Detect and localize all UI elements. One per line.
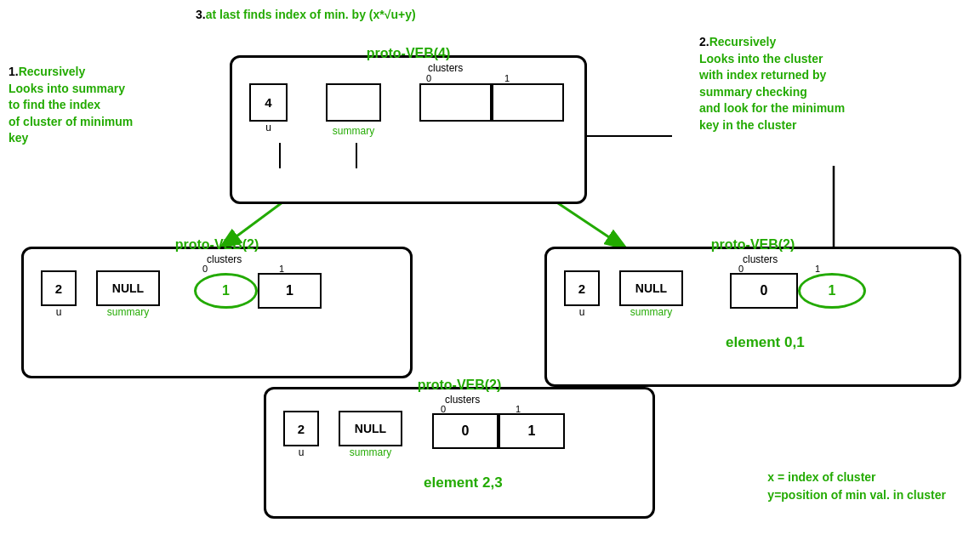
left-u-label: u xyxy=(41,306,77,318)
left-clusters-label: clusters xyxy=(207,253,242,265)
bottom-u-label: u xyxy=(283,446,319,458)
right-clusters-label: clusters xyxy=(743,253,778,265)
left-veb-box: proto-VEB(2) 2 u NULL summary clusters 0… xyxy=(21,247,413,378)
bottom-summary-box: NULL xyxy=(339,411,402,446)
top-veb-title: proto-VEB(4) xyxy=(367,46,451,61)
y-eq-text: y=position of min val. in cluster xyxy=(767,488,946,502)
left-cluster1-box: 1 xyxy=(258,273,322,309)
top-cluster0-idx: 0 xyxy=(426,73,431,83)
right-cluster0-box: 0 xyxy=(730,273,798,309)
bottom-cluster1-box: 1 xyxy=(499,413,565,449)
bottom-element-label: element 2,3 xyxy=(424,474,503,491)
right-summary-label: summary xyxy=(619,306,683,318)
step2-annotation: 2.RecursivelyLooks into the clusterwith … xyxy=(699,34,963,134)
right-u-box: 2 xyxy=(564,270,600,306)
right-veb-box: proto-VEB(2) 2 u NULL summary clusters 0… xyxy=(544,247,961,387)
top-summary-label: summary xyxy=(326,125,381,137)
step1-text: RecursivelyLooks into summaryto find the… xyxy=(9,65,133,145)
left-clusters-container: 1 1 xyxy=(194,273,322,309)
top-clusters-container xyxy=(419,83,564,122)
left-cluster0-box: 1 xyxy=(194,273,258,309)
right-summary-box: NULL xyxy=(619,270,683,306)
x-eq-text: x = index of cluster xyxy=(767,470,875,484)
step1-annotation: 1.RecursivelyLooks into summaryto find t… xyxy=(9,64,204,147)
left-veb-title: proto-VEB(2) xyxy=(175,237,259,253)
right-element-label: element 0,1 xyxy=(726,334,805,351)
top-u-label: u xyxy=(249,122,288,133)
step3-label: 3.at last finds index of min. by (x*√u+y… xyxy=(196,7,416,22)
right-veb-title: proto-VEB(2) xyxy=(711,237,795,253)
bottom-u-box: 2 xyxy=(283,411,319,446)
step3-number: 3. xyxy=(196,8,206,21)
right-cluster1-box: 1 xyxy=(798,273,866,309)
top-cluster1-idx: 1 xyxy=(504,73,510,83)
bottom-veb-box: proto-VEB(2) 2 u NULL summary clusters 0… xyxy=(264,387,655,519)
bottom-summary-label: summary xyxy=(339,446,402,458)
right-u-label: u xyxy=(564,306,600,318)
top-summary-connector xyxy=(356,143,357,168)
step2-text: RecursivelyLooks into the clusterwith in… xyxy=(699,35,845,132)
xy-annotation: x = index of cluster y=position of min v… xyxy=(767,469,946,504)
top-cluster0-box xyxy=(419,83,492,122)
top-clusters-label: clusters xyxy=(428,62,463,74)
left-u-box: 2 xyxy=(41,270,77,306)
top-u-box: 4 xyxy=(249,83,288,122)
bottom-clusters-label: clusters xyxy=(445,394,480,406)
diagram: 3.at last finds index of min. by (x*√u+y… xyxy=(0,0,980,551)
bottom-veb-title: proto-VEB(2) xyxy=(418,378,502,393)
top-veb-box: proto-VEB(4) 4 u summary clusters 0 1 xyxy=(230,55,587,204)
right-clusters-container: 0 1 xyxy=(730,273,866,309)
bottom-clusters-container: 0 1 xyxy=(432,413,565,449)
bottom-cluster0-box: 0 xyxy=(432,413,499,449)
step3-text: at last finds index of min. by (x*√u+y) xyxy=(206,8,416,21)
top-u-connector xyxy=(279,143,281,168)
top-summary-box xyxy=(326,83,381,122)
left-summary-box: NULL xyxy=(96,270,160,306)
left-summary-label: summary xyxy=(96,306,160,318)
top-cluster1-box xyxy=(492,83,564,122)
